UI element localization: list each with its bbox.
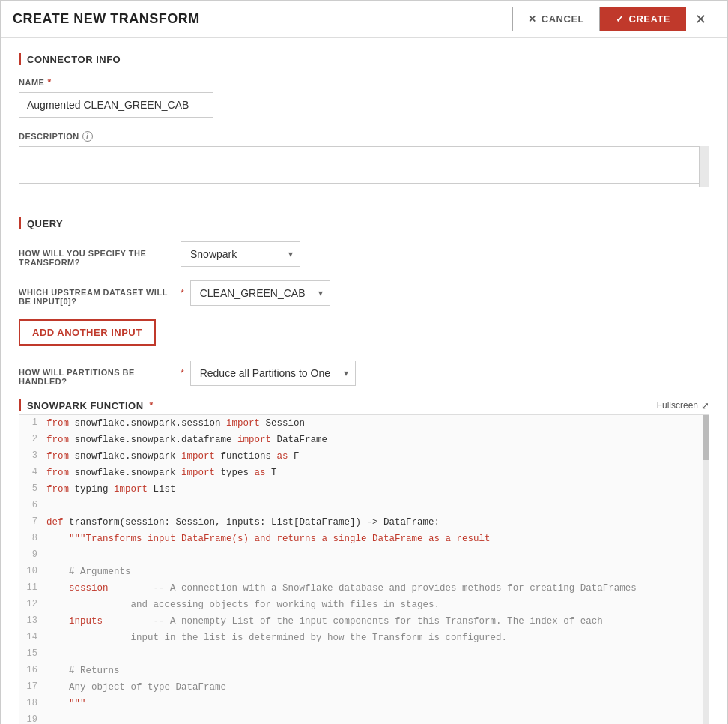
close-button[interactable]: ✕ [686,5,715,34]
cancel-button[interactable]: ✕ CANCEL [512,7,600,31]
line-number: 2 [19,432,46,448]
description-info-icon: i [82,131,93,142]
description-resize-handle[interactable] [699,146,709,187]
line-content: def transform(session: Session, inputs: … [46,514,709,531]
line-number: 3 [19,448,46,465]
code-line: 5from typing import List [19,481,709,498]
line-number: 8 [19,531,46,547]
line-content [46,498,709,514]
add-input-label: ADD ANOTHER INPUT [32,327,142,338]
partitions-select[interactable]: Reduce all Partitions to One Use All Par… [190,361,356,386]
line-number: 15 [19,646,46,663]
line-content [46,712,709,724]
line-content: # Arguments [46,564,709,580]
line-content: session -- A connection with a Snowflake… [46,580,709,597]
line-content: from snowflake.snowpark import types as … [46,465,709,481]
query-section-label: QUERY [19,217,709,229]
snowpark-label-text: SNOWPARK FUNCTION [27,400,144,411]
scrollbar-track[interactable] [703,415,709,724]
upstream-select[interactable]: CLEAN_GREEN_CAB [190,280,330,306]
header-actions: ✕ CANCEL ✓ CREATE ✕ [512,5,715,34]
code-line: 4from snowflake.snowpark import types as… [19,465,709,481]
line-number: 9 [19,547,46,564]
code-line: 10 # Arguments [19,564,709,580]
name-field-group: NAME * [19,77,709,118]
cancel-label: CANCEL [542,13,584,25]
description-field-group: DESCRIPTION i [19,131,709,187]
line-content [46,646,709,663]
specify-transform-label: HOW WILL YOU SPECIFY THE TRANSFORM? [19,241,169,267]
description-textarea[interactable] [19,146,709,184]
line-number: 4 [19,465,46,481]
line-number: 19 [19,712,46,724]
fullscreen-label: Fullscreen [657,400,698,411]
line-content: """Transforms input DataFrame(s) and ret… [46,531,709,547]
line-content: and accessing objects for working with f… [46,597,709,613]
upstream-required: * [181,288,184,298]
specify-select[interactable]: Snowpark SQL [181,241,300,267]
name-label: NAME * [19,77,709,88]
code-line: 6 [19,498,709,514]
upstream-dataset-content: * CLEAN_GREEN_CAB ▾ [181,280,709,306]
code-line: 14 input in the list is determined by ho… [19,630,709,646]
name-input[interactable] [19,92,213,118]
code-line: 9 [19,547,709,564]
upstream-dataset-label: WHICH UPSTREAM DATASET WILL BE INPUT[0]? [19,280,169,306]
line-number: 1 [19,415,46,432]
line-content: Any object of type DataFrame [46,679,709,696]
code-line: 1from snowflake.snowpark.session import … [19,415,709,432]
line-number: 16 [19,663,46,679]
line-content: input in the list is determined by how t… [46,630,709,646]
partitions-label: HOW WILL PARTITIONS BE HANDLED? [19,361,169,386]
modal-header: CREATE NEW TRANSFORM ✕ CANCEL ✓ CREATE ✕ [1,1,727,38]
fullscreen-button[interactable]: Fullscreen ⤢ [657,400,709,411]
line-number: 12 [19,597,46,613]
line-number: 14 [19,630,46,646]
snowpark-required: * [150,400,154,411]
code-line: 8 """Transforms input DataFrame(s) and r… [19,531,709,547]
line-content: from snowflake.snowpark.dataframe import… [46,432,709,448]
line-content: from typing import List [46,481,709,498]
create-button[interactable]: ✓ CREATE [600,7,686,31]
line-content: from snowflake.snowpark import functions… [46,448,709,465]
section-divider-1 [19,202,709,202]
code-line: 3from snowflake.snowpark import function… [19,448,709,465]
fullscreen-icon: ⤢ [701,400,709,411]
line-number: 11 [19,580,46,597]
line-number: 7 [19,514,46,531]
line-content [46,547,709,564]
code-line: 2from snowflake.snowpark.dataframe impor… [19,432,709,448]
partitions-row: HOW WILL PARTITIONS BE HANDLED? * Reduce… [19,361,709,386]
line-number: 6 [19,498,46,514]
partitions-select-wrapper: Reduce all Partitions to One Use All Par… [190,361,356,386]
code-lines: 1from snowflake.snowpark.session import … [19,415,709,724]
description-label: DESCRIPTION i [19,131,709,142]
scrollbar-thumb[interactable] [703,415,709,460]
line-number: 13 [19,613,46,630]
line-content: inputs -- A nonempty List of the input c… [46,613,709,630]
add-another-input-button[interactable]: ADD ANOTHER INPUT [19,319,156,346]
line-content: from snowflake.snowpark.session import S… [46,415,709,432]
code-line: 7def transform(session: Session, inputs:… [19,514,709,531]
connector-info-label-text: CONNECTOR INFO [27,54,121,65]
modal-title: CREATE NEW TRANSFORM [13,11,200,27]
modal-body: CONNECTOR INFO NAME * DESCRIPTION i QUER… [1,38,727,724]
code-line: 18 """ [19,696,709,712]
code-line: 19 [19,712,709,724]
code-line: 16 # Returns [19,663,709,679]
line-number: 10 [19,564,46,580]
line-number: 5 [19,481,46,498]
partitions-content: * Reduce all Partitions to One Use All P… [181,361,709,386]
code-editor[interactable]: 1from snowflake.snowpark.session import … [19,414,709,724]
cancel-x-icon: ✕ [528,13,537,25]
line-number: 18 [19,696,46,712]
line-content: """ [46,696,709,712]
code-line: 12 and accessing objects for working wit… [19,597,709,613]
upstream-select-wrapper: CLEAN_GREEN_CAB ▾ [190,280,330,306]
specify-select-wrapper: Snowpark SQL ▾ [181,241,300,267]
specify-transform-row: HOW WILL YOU SPECIFY THE TRANSFORM? Snow… [19,241,709,267]
code-line: 13 inputs -- A nonempty List of the inpu… [19,613,709,630]
code-line: 11 session -- A connection with a Snowfl… [19,580,709,597]
modal-container: CREATE NEW TRANSFORM ✕ CANCEL ✓ CREATE ✕… [0,0,728,724]
snowpark-section-header: SNOWPARK FUNCTION * Fullscreen ⤢ [19,399,709,411]
